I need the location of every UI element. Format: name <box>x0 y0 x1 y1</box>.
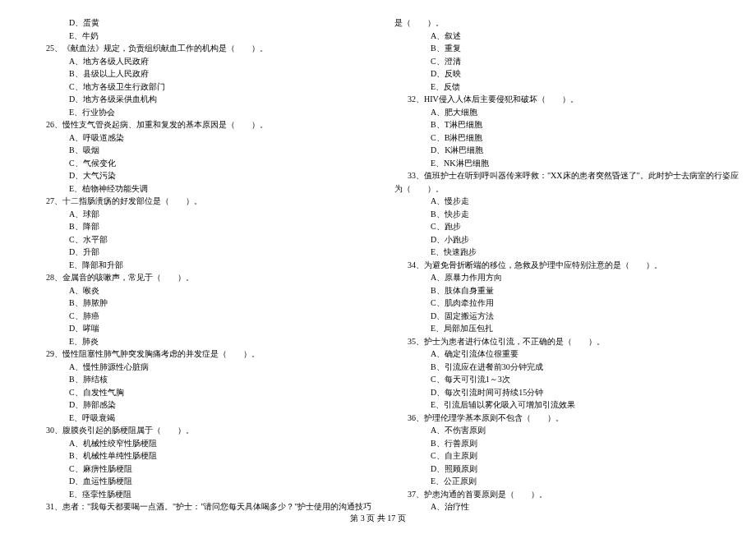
option: C、麻痹性肠梗阻 <box>33 463 362 476</box>
option: C、地方各级卫生行政部门 <box>33 81 362 94</box>
option: C、肌肉牵拉作用 <box>394 297 723 310</box>
option: E、呼吸衰竭 <box>33 412 362 425</box>
option: B、快步走 <box>394 208 723 221</box>
option: B、吸烟 <box>33 144 362 157</box>
option: B、肺结核 <box>33 373 362 386</box>
option: C、水平部 <box>33 233 362 246</box>
option: A、慢步走 <box>394 195 723 208</box>
option: B、县级以上人民政府 <box>33 67 362 81</box>
question-stem: 32、HIV侵入人体后主要侵犯和破坏（ ）。 <box>394 93 723 106</box>
option: A、叙述 <box>394 30 723 43</box>
option: D、固定搬运方法 <box>394 310 723 323</box>
option: A、机械性绞窄性肠梗阻 <box>33 437 362 450</box>
option: B、T淋巴细胞 <box>394 118 723 131</box>
option: E、公正原则 <box>394 475 723 488</box>
question-stem: 26、慢性支气管炎起病、加重和复发的基本原因是（ ）。 <box>33 118 362 131</box>
option: A、治疗性 <box>394 500 723 513</box>
page-body: D、蛋黄 E、牛奶 25、《献血法》规定，负责组织献血工作的机构是（ ）。 A、… <box>0 0 756 509</box>
option: C、每天可引流1～3次 <box>394 373 723 386</box>
option: C、自发性气胸 <box>33 386 362 399</box>
option: A、呼吸道感染 <box>33 131 362 145</box>
option: D、K淋巴细胞 <box>394 144 723 157</box>
question-stem-cont: 是（ ）。 <box>394 16 723 30</box>
option: E、局部加压包扎 <box>394 322 723 335</box>
option: E、降部和升部 <box>33 259 362 272</box>
option: C、跑步 <box>394 220 723 233</box>
option: E、反馈 <box>394 81 723 94</box>
option: A、肥大细胞 <box>394 106 723 119</box>
question-stem: 27、十二指肠溃疡的好发部位是（ ）。 <box>33 195 362 208</box>
option: C、气候变化 <box>33 157 362 170</box>
right-column: 是（ ）。 A、叙述 B、重复 C、澄清 D、反映 E、反馈 32、HIV侵入人… <box>378 16 723 509</box>
option: C、澄清 <box>394 55 723 68</box>
option: C、B淋巴细胞 <box>394 131 723 145</box>
question-stem: 36、护理伦理学基本原则不包含（ ）。 <box>394 412 723 425</box>
question-stem: 29、慢性阻塞性肺气肿突发胸痛考虑的并发症是（ ）。 <box>33 348 362 361</box>
option: D、地方各级采供血机构 <box>33 93 362 106</box>
option: D、肺部感染 <box>33 398 362 412</box>
option: E、快速跑步 <box>394 246 723 259</box>
option: A、慢性肺源性心脏病 <box>33 361 362 374</box>
option: D、蛋黄 <box>33 16 362 30</box>
option: D、照顾原则 <box>394 463 723 476</box>
option: E、引流后辅以雾化吸入可增加引流效果 <box>394 398 723 412</box>
question-stem: 34、为避免骨折断端的移位，急救及护理中应特别注意的是（ ）。 <box>394 259 723 272</box>
question-stem: 31、患者："我每天都要喝一点酒。"护士："请问您每天具体喝多少？"护士使用的沟… <box>33 500 362 513</box>
option: D、每次引流时间可持续15分钟 <box>394 386 723 399</box>
left-column: D、蛋黄 E、牛奶 25、《献血法》规定，负责组织献血工作的机构是（ ）。 A、… <box>33 16 378 509</box>
option: E、NK淋巴细胞 <box>394 157 723 170</box>
option: E、痉挛性肠梗阻 <box>33 488 362 501</box>
option: A、地方各级人民政府 <box>33 55 362 68</box>
question-stem: 33、值班护士在听到呼叫器传来呼救："XX床的患者突然昏迷了"。此时护士去病室的… <box>394 169 723 182</box>
option: C、肺癌 <box>33 310 362 323</box>
question-stem: 25、《献血法》规定，负责组织献血工作的机构是（ ）。 <box>33 42 362 55</box>
option: D、哮喘 <box>33 322 362 335</box>
option: B、行善原则 <box>394 437 723 450</box>
option: A、球部 <box>33 208 362 221</box>
option: D、升部 <box>33 246 362 259</box>
option: E、行业协会 <box>33 106 362 119</box>
option: B、肢体自身重量 <box>394 284 723 297</box>
option: B、降部 <box>33 220 362 233</box>
question-stem: 30、腹膜炎引起的肠梗阻属于（ ）。 <box>33 424 362 437</box>
option: B、机械性单纯性肠梗阻 <box>33 449 362 463</box>
option: E、肺炎 <box>33 335 362 348</box>
option: A、确定引流体位很重要 <box>394 348 723 361</box>
option: A、喉炎 <box>33 284 362 297</box>
question-stem: 35、护士为患者进行体位引流，不正确的是（ ）。 <box>394 335 723 348</box>
option: D、血运性肠梗阻 <box>33 475 362 488</box>
option: B、重复 <box>394 42 723 55</box>
option: E、牛奶 <box>33 30 362 43</box>
option: C、自主原则 <box>394 449 723 463</box>
option: A、不伤害原则 <box>394 424 723 437</box>
option: D、小跑步 <box>394 233 723 246</box>
option: A、原暴力作用方向 <box>394 271 723 284</box>
option: B、引流应在进餐前30分钟完成 <box>394 361 723 374</box>
question-stem: 37、护患沟通的首要原则是（ ）。 <box>394 488 723 501</box>
question-stem-cont: 为（ ）。 <box>394 182 723 196</box>
option: E、植物神经功能失调 <box>33 182 362 196</box>
option: B、肺脓肿 <box>33 297 362 310</box>
option: D、大气污染 <box>33 169 362 182</box>
question-stem: 28、金属音的咳嗽声，常见于（ ）。 <box>33 271 362 284</box>
option: D、反映 <box>394 67 723 81</box>
